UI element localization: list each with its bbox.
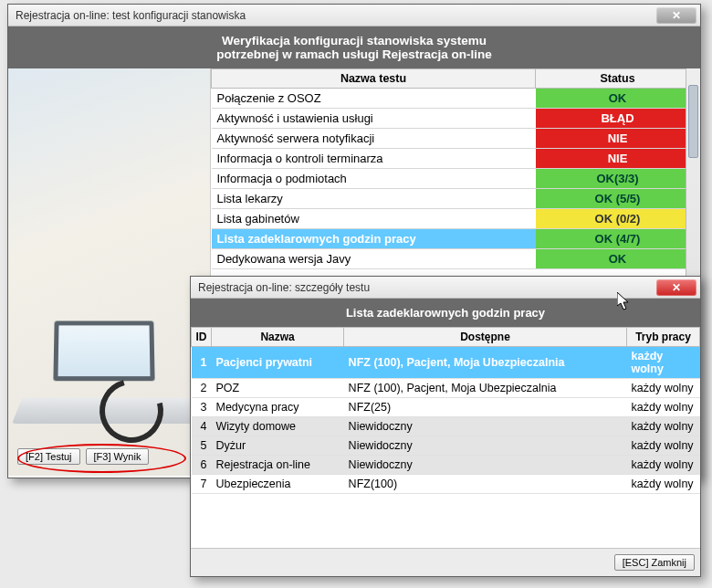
test-row[interactable]: Połączenie z OSOZOK <box>212 89 700 109</box>
cell-id: 4 <box>192 417 212 436</box>
cell-mode: każdy wolny <box>627 379 700 398</box>
close-icon[interactable]: ✕ <box>656 7 696 24</box>
close-icon[interactable]: ✕ <box>656 279 696 296</box>
test-status: NIE <box>536 129 700 149</box>
main-titlebar[interactable]: Rejestracja on-line: test konfiguracji s… <box>8 5 700 26</box>
cell-id: 3 <box>192 398 212 417</box>
detail-row[interactable]: 7UbezpieczeniaNFZ(100)każdy wolny <box>192 475 700 494</box>
detail-title: Rejestracja on-line: szczegóły testu <box>198 281 370 294</box>
detail-row[interactable]: 3Medycyna pracyNFZ(25)każdy wolny <box>192 398 700 417</box>
test-row[interactable]: Lista zadeklarownych godzin pracyOK (4/7… <box>212 229 700 249</box>
col-name: Nazwa <box>212 328 344 347</box>
test-name: Lista gabinetów <box>212 209 536 229</box>
test-name: Aktywność serwera notyfikacji <box>212 129 536 149</box>
detail-table: ID Nazwa Dostępne Tryb pracy 1Pacjenci p… <box>191 327 700 494</box>
col-avail: Dostępne <box>344 328 627 347</box>
test-status: OK (0/2) <box>536 209 700 229</box>
test-name: Aktywność i ustawienia usługi <box>212 109 536 129</box>
banner-line1: Weryfikacja konfiguracji stanowiska syst… <box>222 34 487 47</box>
test-row[interactable]: Informacja o kontroli terminarzaNIE <box>212 149 700 169</box>
test-row[interactable]: Informacja o podmiotachOK(3/3) <box>212 169 700 189</box>
detail-row[interactable]: 2POZNFZ (100), Pacjent, Moja Ubezpieczal… <box>192 379 700 398</box>
test-row[interactable]: Aktywność serwera notyfikacjiNIE <box>212 129 700 149</box>
col-test-name: Nazwa testu <box>212 69 536 89</box>
test-name: Dedykowana wersja Javy <box>212 249 536 269</box>
cell-avail: Niewidoczny <box>344 417 627 436</box>
cell-id: 6 <box>192 456 212 475</box>
cell-avail: NFZ (100), Pacjent, Moja Ubezpieczalnia <box>344 379 627 398</box>
col-mode: Tryb pracy <box>627 328 700 347</box>
cell-mode: każdy wolny <box>627 436 700 456</box>
cell-avail: Niewidoczny <box>344 436 627 456</box>
cell-name: Pacjenci prywatni <box>212 347 344 379</box>
cell-id: 1 <box>192 347 212 379</box>
cell-name: Wizyty domowe <box>212 417 344 436</box>
cell-name: POZ <box>212 379 344 398</box>
detail-banner: Lista zadeklarownych godzin pracy <box>191 299 700 327</box>
detail-row[interactable]: 4Wizyty domoweNiewidocznykażdy wolny <box>192 417 700 436</box>
test-status: BŁĄD <box>536 109 700 129</box>
cell-mode: każdy wolny <box>627 456 700 475</box>
cell-mode: każdy wolny <box>627 347 700 379</box>
side-illustration: [F2] Testuj [F3] Wynik <box>8 68 211 476</box>
test-row[interactable]: Lista lekarzyOK (5/5) <box>212 189 700 209</box>
test-row[interactable]: Dedykowana wersja JavyOK <box>212 249 700 269</box>
cell-name: Ubezpieczenia <box>212 475 344 494</box>
close-button[interactable]: [ESC] Zamknij <box>614 554 695 571</box>
cell-name: Dyżur <box>212 436 344 456</box>
test-status: OK (4/7) <box>536 229 700 249</box>
detail-row[interactable]: 6Rejestracja on-lineNiewidocznykażdy wol… <box>192 456 700 475</box>
cell-avail: NFZ(100) <box>344 475 627 494</box>
detail-row[interactable]: 5DyżurNiewidocznykażdy wolny <box>192 436 700 456</box>
test-button[interactable]: [F2] Testuj <box>17 448 80 465</box>
test-row[interactable]: Aktywność i ustawienia usługiBŁĄD <box>212 109 700 129</box>
main-banner: Weryfikacja konfiguracji stanowiska syst… <box>8 26 700 68</box>
detail-row[interactable]: 1Pacjenci prywatniNFZ (100), Pacjent, Mo… <box>192 347 700 379</box>
test-name: Informacja o podmiotach <box>212 169 536 189</box>
test-status: OK(3/3) <box>536 169 700 189</box>
test-name: Lista zadeklarownych godzin pracy <box>212 229 536 249</box>
cell-mode: każdy wolny <box>627 475 700 494</box>
test-name: Połączenie z OSOZ <box>212 89 536 109</box>
cell-mode: każdy wolny <box>627 417 700 436</box>
test-name: Informacja o kontroli terminarza <box>212 149 536 169</box>
cell-id: 7 <box>192 475 212 494</box>
main-title: Rejestracja on-line: test konfiguracji s… <box>16 9 246 22</box>
cell-name: Medycyna pracy <box>212 398 344 417</box>
cell-avail: NFZ (100), Pacjent, Moja Ubezpieczalnia <box>344 347 627 379</box>
cell-mode: każdy wolny <box>627 398 700 417</box>
test-status: OK (5/5) <box>536 189 700 209</box>
test-status: OK <box>536 89 700 109</box>
cell-id: 2 <box>192 379 212 398</box>
cell-avail: NFZ(25) <box>344 398 627 417</box>
col-id: ID <box>192 328 212 347</box>
test-status: OK <box>536 249 700 269</box>
result-button[interactable]: [F3] Wynik <box>86 448 150 465</box>
detail-titlebar[interactable]: Rejestracja on-line: szczegóły testu ✕ <box>191 277 700 299</box>
cell-id: 5 <box>192 436 212 456</box>
banner-line2: potrzebnej w ramach usługi Rejestracja o… <box>8 47 700 61</box>
test-row[interactable]: Lista gabinetówOK (0/2) <box>212 209 700 229</box>
col-test-status: Status <box>536 69 700 89</box>
detail-window: Rejestracja on-line: szczegóły testu ✕ L… <box>190 276 701 577</box>
test-name: Lista lekarzy <box>212 189 536 209</box>
cell-avail: Niewidoczny <box>344 456 627 475</box>
test-status: NIE <box>536 149 700 169</box>
cell-name: Rejestracja on-line <box>212 456 344 475</box>
stethoscope-icon <box>99 370 173 425</box>
detail-footer: [ESC] Zamknij <box>191 548 700 576</box>
test-table: Nazwa testu Status Połączenie z OSOZOKAk… <box>211 68 700 269</box>
